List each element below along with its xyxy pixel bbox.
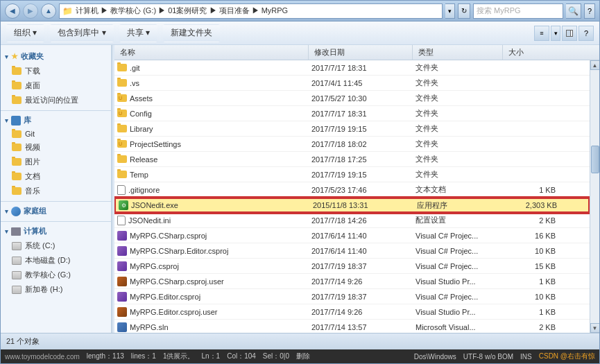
organize-button[interactable]: 组织 ▾ bbox=[6, 24, 44, 42]
table-row[interactable]: MyRPG.CSharp.csproj 2017/6/14 11:40 Visu… bbox=[114, 228, 590, 243]
column-header-modified[interactable]: 修改日期 bbox=[309, 45, 413, 60]
view-dropdown-button[interactable]: ▾ bbox=[551, 26, 560, 41]
file-size-cell bbox=[503, 167, 558, 182]
sidebar-item-new-h[interactable]: 新加卷 (H:) bbox=[1, 282, 111, 297]
file-csproj-icon bbox=[117, 292, 127, 302]
downloads-folder-icon bbox=[12, 67, 22, 75]
file-size: 10 KB bbox=[535, 247, 556, 255]
sidebar-item-teach-g[interactable]: 教学核心 (G:) bbox=[1, 268, 111, 282]
file-name: MyRPG.Editor.csproj bbox=[130, 293, 200, 301]
sidebar-item-pictures[interactable]: 图片 bbox=[1, 155, 111, 169]
file-name-cell: .vs bbox=[114, 76, 309, 90]
table-row[interactable]: MyRPG.sln 2017/7/14 13:57 Microsoft Visu… bbox=[114, 320, 590, 333]
computer-section: ▾ 计算机 系统 (C:) 本地磁盘 (D:) 教学核心 (G:) bbox=[1, 224, 111, 297]
file-list: .git 2017/7/17 18:31 文件夹 .vs 2017/4/1 11… bbox=[114, 60, 590, 333]
table-row[interactable]: MyRPG.Editor.csproj.user 2017/7/14 9:26 … bbox=[114, 304, 590, 320]
table-row[interactable]: ⚙ JSONedit.exe 2015/11/8 13:31 应用程序 2,30… bbox=[114, 198, 590, 213]
table-row[interactable]: MyRPG.CSharp.Editor.csproj 2017/6/14 11:… bbox=[114, 243, 590, 259]
libraries-header[interactable]: ▾ 库 bbox=[1, 113, 111, 128]
sidebar-item-sys-c[interactable]: 系统 (C:) bbox=[1, 239, 111, 253]
table-row[interactable]: .gitignore 2017/5/23 17:46 文本文档 1 KB bbox=[114, 182, 590, 198]
search-bar[interactable]: 搜索 MyRPG bbox=[473, 3, 563, 19]
view-list-button[interactable]: ≡ bbox=[534, 26, 549, 41]
file-size: 1 KB bbox=[539, 308, 556, 316]
table-row[interactable]: MyRPG.Editor.csproj 2017/7/19 18:37 Visu… bbox=[114, 289, 590, 304]
file-type: 应用程序 bbox=[417, 200, 447, 211]
column-header-size[interactable]: 大小 bbox=[503, 45, 558, 60]
file-ini-icon bbox=[117, 216, 126, 225]
share-button[interactable]: 共享 ▾ bbox=[119, 24, 157, 42]
file-modified-cell: 2017/5/23 17:46 bbox=[309, 182, 413, 197]
sidebar-item-video[interactable]: 视频 bbox=[1, 140, 111, 155]
table-row[interactable]: Library 2017/7/19 19:15 文件夹 bbox=[114, 121, 590, 137]
table-row[interactable]: U Config 2017/7/17 18:31 文件夹 bbox=[114, 106, 590, 121]
table-row[interactable]: JSONedit.ini 2017/7/18 14:26 配置设置 2 KB bbox=[114, 213, 590, 228]
refresh-button[interactable]: ↻ bbox=[458, 3, 470, 19]
music-lib-label: 音乐 bbox=[25, 186, 40, 196]
table-row[interactable]: Temp 2017/7/19 19:15 文件夹 bbox=[114, 167, 590, 182]
git-lib-label: Git bbox=[25, 130, 35, 138]
preview-pane-button[interactable] bbox=[562, 26, 577, 41]
help-button[interactable]: ? bbox=[584, 3, 595, 19]
table-row[interactable]: Release 2017/7/18 17:25 文件夹 bbox=[114, 152, 590, 167]
file-name: MyRPG.sln bbox=[130, 323, 169, 331]
file-type: 文件夹 bbox=[415, 139, 438, 149]
search-button[interactable]: 🔍 bbox=[566, 3, 581, 19]
favorites-label: 收藏夹 bbox=[21, 51, 44, 62]
column-header-type[interactable]: 类型 bbox=[413, 45, 503, 60]
scroll-up-button[interactable]: ▲ bbox=[590, 60, 600, 70]
table-row[interactable]: U Assets 2017/5/27 10:30 文件夹 bbox=[114, 91, 590, 106]
up-button[interactable]: ▲ bbox=[41, 3, 56, 19]
address-bar[interactable]: 📁 计算机 ▶ 教学核心 (G:) ▶ 01案例研究 ▶ 项目准备 ▶ MyRP… bbox=[59, 3, 443, 19]
vertical-scrollbar[interactable]: ▲ ▼ bbox=[590, 60, 599, 333]
file-modified-cell: 2017/6/14 11:40 bbox=[309, 243, 413, 258]
file-type-cell: 文本文档 bbox=[413, 182, 503, 197]
editor-bar: www.toymodelcode.com length：113 lines：1 … bbox=[1, 349, 599, 363]
file-size-cell bbox=[503, 106, 558, 121]
docs-lib-icon bbox=[12, 173, 22, 180]
desktop-folder-icon bbox=[12, 82, 22, 89]
scroll-down-button[interactable]: ▼ bbox=[590, 323, 600, 333]
status-bar: 21 个对象 bbox=[1, 333, 599, 349]
new-folder-button[interactable]: 新建文件夹 bbox=[163, 24, 220, 42]
homegroup-chevron: ▾ bbox=[5, 208, 8, 215]
include-library-button[interactable]: 包含到库中 ▾ bbox=[50, 24, 113, 42]
table-row[interactable]: .vs 2017/4/1 11:45 文件夹 bbox=[114, 76, 590, 91]
address-dropdown-button[interactable]: ▾ bbox=[445, 3, 455, 19]
table-row[interactable]: .git 2017/7/17 18:31 文件夹 bbox=[114, 60, 590, 76]
sidebar-item-music[interactable]: 音乐 bbox=[1, 184, 111, 198]
sidebar-item-git[interactable]: Git bbox=[1, 128, 111, 140]
sidebar-divider1 bbox=[1, 110, 111, 111]
back-button[interactable]: ◀ bbox=[5, 3, 20, 19]
sidebar-item-docs[interactable]: 文档 bbox=[1, 169, 111, 184]
file-modified-cell: 2017/7/18 18:02 bbox=[309, 137, 413, 151]
editor-col: Col：104 bbox=[227, 352, 256, 361]
file-folder-icon bbox=[117, 64, 127, 71]
file-name: .git bbox=[130, 64, 140, 72]
status-count: 21 个对象 bbox=[6, 336, 40, 347]
homegroup-label: 家庭组 bbox=[24, 206, 46, 216]
favorites-header[interactable]: ▾ ★ 收藏夹 bbox=[1, 49, 111, 64]
column-header-name[interactable]: 名称 bbox=[114, 45, 309, 60]
file-modified: 2017/7/14 9:26 bbox=[311, 277, 362, 286]
sidebar-divider3 bbox=[1, 221, 111, 222]
table-row[interactable]: U ProjectSettings 2017/7/18 18:02 文件夹 bbox=[114, 137, 590, 152]
file-modified-cell: 2017/5/27 10:30 bbox=[309, 91, 413, 105]
table-row[interactable]: MyRPG.CSharp.csproj.user 2017/7/14 9:26 … bbox=[114, 274, 590, 289]
sidebar-item-downloads[interactable]: 下载 bbox=[1, 64, 111, 78]
scroll-thumb[interactable] bbox=[591, 146, 599, 173]
file-size-cell: 2 KB bbox=[503, 320, 558, 333]
file-size-cell: 2 KB bbox=[503, 213, 558, 227]
sidebar-item-recent[interactable]: 最近访问的位置 bbox=[1, 93, 111, 107]
file-txt-icon bbox=[117, 185, 126, 195]
file-name: MyRPG.CSharp.Editor.csproj bbox=[130, 247, 228, 255]
homegroup-header[interactable]: ▾ 家庭组 bbox=[1, 204, 111, 218]
computer-header[interactable]: ▾ 计算机 bbox=[1, 224, 111, 239]
sidebar-item-local-d[interactable]: 本地磁盘 (D:) bbox=[1, 253, 111, 268]
forward-button[interactable]: ▶ bbox=[23, 3, 38, 19]
table-row[interactable]: MyRPG.csproj 2017/7/19 18:37 Visual C# P… bbox=[114, 259, 590, 274]
editor-delete-label: 删除 bbox=[296, 352, 310, 361]
help-toolbar-button[interactable]: ? bbox=[578, 26, 594, 41]
file-size: 2,303 KB bbox=[526, 201, 557, 209]
sidebar-item-desktop[interactable]: 桌面 bbox=[1, 78, 111, 93]
